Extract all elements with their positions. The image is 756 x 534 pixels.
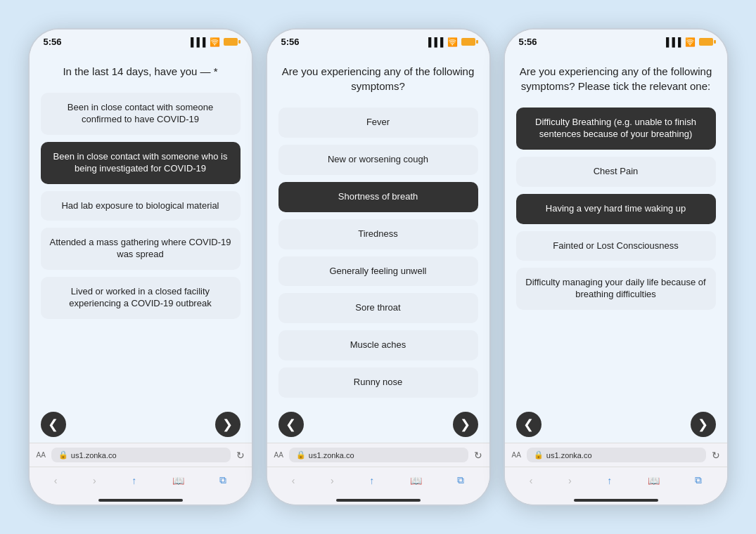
nav-bar-1: ❮ ❯ [30,406,252,443]
reload-icon-3[interactable]: ↻ [712,450,720,461]
phone-content-3: Are you experiencing any of the followin… [505,50,727,443]
option-btn-2-5[interactable]: Sore throat [278,293,478,323]
option-btn-2-1[interactable]: New or worsening cough [278,145,478,175]
nav-bar-2: ❮ ❯ [267,406,489,443]
signal-icon: ▐▐▐ [188,37,206,47]
browser-share-3[interactable]: ↑ [601,472,617,489]
browser-tabs-1[interactable]: ⧉ [214,471,232,489]
phone-3: 5:56 ▐▐▐ 🛜 Are you experiencing any of t… [504,28,729,506]
home-bar-3 [574,499,658,502]
time-1: 5:56 [44,37,62,47]
battery-icon [224,38,238,46]
signal-icon-3: ▐▐▐ [663,37,681,47]
phone-content-2: Are you experiencing any of the followin… [267,50,489,443]
home-bar-2 [336,499,421,502]
next-button-3[interactable]: ❯ [691,412,716,437]
option-btn-3-1[interactable]: Chest Pain [516,157,716,187]
option-btn-2-0[interactable]: Fever [278,108,478,138]
browser-tabs-2[interactable]: ⧉ [451,471,470,489]
home-indicator-3 [505,496,727,504]
question-title-2: Are you experiencing any of the followin… [278,64,478,93]
lock-icon-2: 🔒 [296,450,306,460]
scroll-area-3: Are you experiencing any of the followin… [505,50,727,406]
reload-icon-2[interactable]: ↻ [474,450,482,461]
option-btn-1-1[interactable]: Been in close contact with someone who i… [41,142,241,184]
browser-bottom-2: ‹ › ↑ 📖 ⧉ [267,467,489,496]
battery-icon-2 [461,38,475,46]
browser-bar-3: AA 🔒 us1.zonka.co ↻ [505,443,727,467]
browser-tabs-3[interactable]: ⧉ [689,471,707,489]
browser-share-2[interactable]: ↑ [364,472,380,489]
home-indicator-2 [267,496,489,504]
option-btn-1-4[interactable]: Lived or worked in a closed facility exp… [41,277,241,319]
home-bar-1 [98,499,183,502]
option-btn-2-6[interactable]: Muscle aches [278,330,478,360]
prev-button-3[interactable]: ❮ [516,412,542,437]
option-btn-2-7[interactable]: Runny nose [278,367,478,398]
url-text-1: us1.zonka.co [71,451,117,460]
browser-back-1[interactable]: ‹ [49,472,63,489]
status-bar-3: 5:56 ▐▐▐ 🛜 [505,30,727,50]
reload-icon-1[interactable]: ↻ [236,450,245,461]
status-bar-2: 5:56 ▐▐▐ 🛜 [267,30,489,50]
browser-share-1[interactable]: ↑ [126,472,142,489]
prev-button-1[interactable]: ❮ [41,412,66,437]
browser-bookmarks-1[interactable]: 📖 [167,472,190,489]
option-btn-3-0[interactable]: Difficulty Breathing (e.g. unable to fin… [516,108,716,150]
home-indicator-1 [30,496,252,504]
lock-icon-1: 🔒 [58,450,68,460]
browser-bookmarks-3[interactable]: 📖 [642,472,665,489]
battery-icon-3 [699,38,713,46]
prev-button-2[interactable]: ❮ [278,412,304,437]
option-btn-1-0[interactable]: Been in close contact with someone confi… [41,93,241,135]
status-icons-1: ▐▐▐ 🛜 [188,37,238,47]
browser-bar-1: AA 🔒 us1.zonka.co ↻ [30,443,252,467]
wifi-icon-3: 🛜 [685,37,696,47]
browser-forward-1[interactable]: › [87,472,102,489]
browser-bookmarks-2[interactable]: 📖 [404,472,428,489]
browser-aa-2: AA [274,451,283,459]
time-3: 5:56 [519,37,537,47]
option-btn-2-4[interactable]: Generally feeling unwell [278,256,478,287]
signal-icon-2: ▐▐▐ [425,37,444,47]
next-button-2[interactable]: ❯ [453,412,478,437]
scroll-area-2: Are you experiencing any of the followin… [267,50,489,406]
browser-bottom-1: ‹ › ↑ 📖 ⧉ [30,467,252,496]
wifi-icon: 🛜 [210,37,220,47]
browser-url-3[interactable]: 🔒 us1.zonka.co [527,448,706,462]
browser-forward-2[interactable]: › [325,472,340,489]
url-text-2: us1.zonka.co [309,451,354,460]
option-btn-3-4[interactable]: Difficulty managing your daily life beca… [516,268,716,310]
browser-bottom-3: ‹ › ↑ 📖 ⧉ [505,467,727,496]
status-icons-2: ▐▐▐ 🛜 [425,37,475,47]
next-button-1[interactable]: ❯ [215,412,241,437]
browser-aa-1: AA [37,451,46,459]
browser-forward-3[interactable]: › [563,472,577,489]
browser-back-3[interactable]: ‹ [524,472,539,489]
option-btn-2-3[interactable]: Tiredness [278,219,478,249]
browser-bar-2: AA 🔒 us1.zonka.co ↻ [267,443,489,467]
question-title-3: Are you experiencing any of the followin… [516,64,716,93]
browser-back-2[interactable]: ‹ [286,472,301,489]
browser-aa-3: AA [512,451,521,459]
url-text-3: us1.zonka.co [546,451,592,460]
time-2: 5:56 [281,37,300,47]
option-btn-3-2[interactable]: Having a very hard time waking up [516,194,716,224]
question-title-1: In the last 14 days, have you — * [41,64,241,79]
wifi-icon-2: 🛜 [447,37,458,47]
option-btn-1-2[interactable]: Had lab exposure to biological material [41,191,241,221]
status-icons-3: ▐▐▐ 🛜 [663,37,713,47]
option-btn-3-3[interactable]: Fainted or Lost Consciousness [516,231,716,261]
option-btn-1-3[interactable]: Attended a mass gathering where COVID-19… [41,228,241,270]
phone-content-1: In the last 14 days, have you — * Been i… [30,50,252,443]
browser-url-1[interactable]: 🔒 us1.zonka.co [51,448,231,462]
option-btn-2-2[interactable]: Shortness of breath [278,182,478,212]
status-bar-1: 5:56 ▐▐▐ 🛜 [30,30,252,50]
browser-url-2[interactable]: 🔒 us1.zonka.co [289,448,468,462]
scroll-area-1: In the last 14 days, have you — * Been i… [30,50,252,406]
phone-2: 5:56 ▐▐▐ 🛜 Are you experiencing any of t… [266,28,491,506]
phone-1: 5:56 ▐▐▐ 🛜 In the last 14 days, have you… [28,28,253,506]
nav-bar-3: ❮ ❯ [505,406,727,443]
lock-icon-3: 🔒 [534,450,544,460]
